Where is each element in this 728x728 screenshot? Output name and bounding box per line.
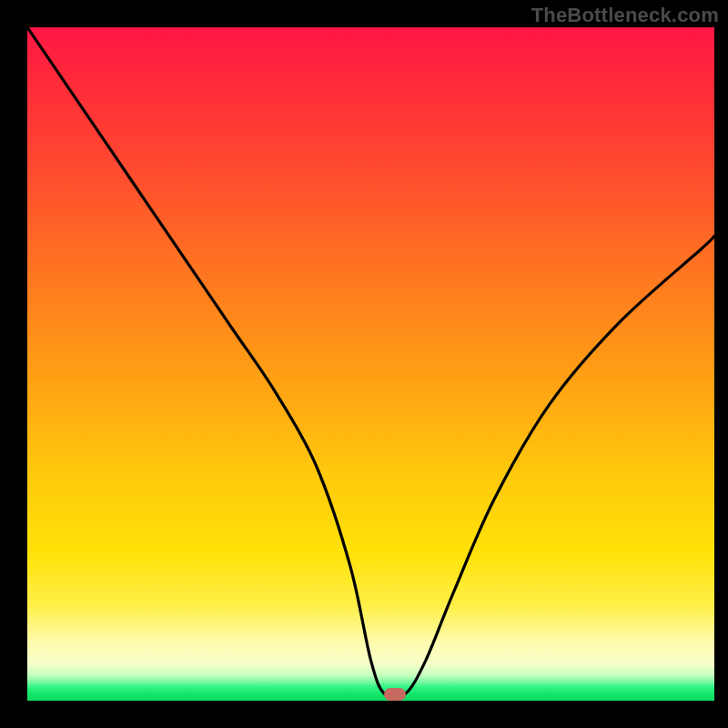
optimal-point-marker	[384, 688, 406, 701]
bottleneck-curve-path	[27, 27, 714, 698]
chart-frame: TheBottleneck.com	[0, 0, 728, 728]
plot-area	[27, 27, 714, 701]
bottleneck-curve	[27, 27, 714, 701]
watermark-text: TheBottleneck.com	[531, 4, 719, 27]
